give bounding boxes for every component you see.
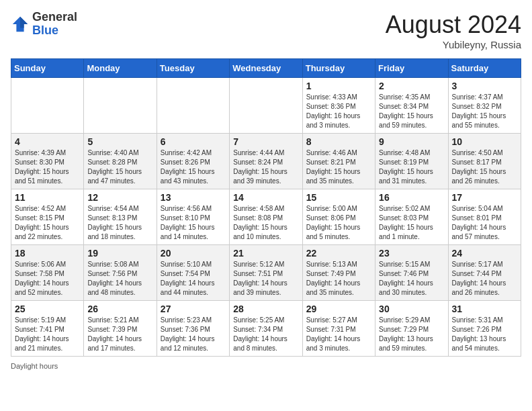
day-info: Sunrise: 5:02 AMSunset: 8:03 PMDaylight:…: [379, 204, 444, 242]
day-info: Sunrise: 5:19 AMSunset: 7:41 PMDaylight:…: [15, 316, 80, 353]
day-number: 21: [233, 248, 298, 259]
day-number: 8: [306, 136, 371, 147]
calendar-cell: 4Sunrise: 4:39 AMSunset: 8:30 PMDaylight…: [11, 134, 84, 189]
day-number: 7: [233, 136, 298, 147]
week-row-1: 1Sunrise: 4:33 AMSunset: 8:36 PMDaylight…: [11, 78, 521, 134]
calendar-cell: 15Sunrise: 5:00 AMSunset: 8:06 PMDayligh…: [302, 189, 375, 245]
day-info: Sunrise: 5:00 AMSunset: 8:06 PMDaylight:…: [306, 204, 371, 242]
calendar-cell: 14Sunrise: 4:58 AMSunset: 8:08 PMDayligh…: [230, 189, 302, 245]
day-info: Sunrise: 5:17 AMSunset: 7:44 PMDaylight:…: [452, 260, 517, 298]
day-number: 20: [161, 248, 226, 259]
calendar-table: SundayMondayTuesdayWednesdayThursdayFrid…: [11, 58, 521, 357]
day-number: 5: [87, 136, 152, 147]
day-info: Sunrise: 5:04 AMSunset: 8:01 PMDaylight:…: [452, 204, 517, 242]
day-number: 10: [452, 136, 517, 147]
calendar-cell: 23Sunrise: 5:15 AMSunset: 7:46 PMDayligh…: [375, 245, 448, 301]
week-row-4: 18Sunrise: 5:06 AMSunset: 7:58 PMDayligh…: [11, 245, 521, 301]
title-block: August 2024 Yubileyny, Russia: [386, 11, 521, 50]
month-year: August 2024: [386, 11, 521, 39]
calendar-cell: 1Sunrise: 4:33 AMSunset: 8:36 PMDaylight…: [302, 78, 375, 134]
weekday-header-row: SundayMondayTuesdayWednesdayThursdayFrid…: [11, 59, 521, 78]
calendar-cell: 25Sunrise: 5:19 AMSunset: 7:41 PMDayligh…: [11, 301, 84, 357]
day-number: 30: [379, 304, 444, 314]
calendar-cell: 16Sunrise: 5:02 AMSunset: 8:03 PMDayligh…: [375, 189, 448, 245]
calendar-cell: 13Sunrise: 4:56 AMSunset: 8:10 PMDayligh…: [157, 189, 229, 245]
calendar-cell: 17Sunrise: 5:04 AMSunset: 8:01 PMDayligh…: [448, 189, 521, 245]
logo-text: General Blue: [32, 11, 77, 38]
day-info: Sunrise: 5:06 AMSunset: 7:58 PMDaylight:…: [15, 260, 80, 298]
day-info: Sunrise: 5:23 AMSunset: 7:36 PMDaylight:…: [161, 316, 226, 353]
day-number: 13: [161, 192, 226, 203]
weekday-header-wednesday: Wednesday: [230, 59, 302, 78]
day-number: 28: [233, 304, 298, 314]
logo-blue: Blue: [32, 24, 77, 38]
day-number: 12: [87, 192, 152, 203]
calendar-cell: 20Sunrise: 5:10 AMSunset: 7:54 PMDayligh…: [157, 245, 229, 301]
day-info: Sunrise: 5:15 AMSunset: 7:46 PMDaylight:…: [379, 260, 444, 298]
day-info: Sunrise: 4:39 AMSunset: 8:30 PMDaylight:…: [15, 148, 80, 186]
day-info: Sunrise: 4:54 AMSunset: 8:13 PMDaylight:…: [87, 204, 152, 242]
weekday-header-tuesday: Tuesday: [157, 59, 229, 78]
weekday-header-sunday: Sunday: [11, 59, 84, 78]
calendar-cell: 31Sunrise: 5:31 AMSunset: 7:26 PMDayligh…: [448, 301, 521, 357]
day-number: 25: [15, 304, 80, 314]
location: Yubileyny, Russia: [386, 39, 521, 50]
day-number: 14: [233, 192, 298, 203]
calendar-cell: 18Sunrise: 5:06 AMSunset: 7:58 PMDayligh…: [11, 245, 84, 301]
day-info: Sunrise: 4:48 AMSunset: 8:19 PMDaylight:…: [379, 148, 444, 186]
week-row-2: 4Sunrise: 4:39 AMSunset: 8:30 PMDaylight…: [11, 134, 521, 189]
logo-general: General: [32, 11, 77, 24]
calendar-cell: 26Sunrise: 5:21 AMSunset: 7:39 PMDayligh…: [84, 301, 157, 357]
week-row-5: 25Sunrise: 5:19 AMSunset: 7:41 PMDayligh…: [11, 301, 521, 357]
day-number: 6: [161, 136, 226, 147]
day-info: Sunrise: 4:44 AMSunset: 8:24 PMDaylight:…: [233, 148, 298, 186]
calendar-cell: 30Sunrise: 5:29 AMSunset: 7:29 PMDayligh…: [375, 301, 448, 357]
day-info: Sunrise: 4:58 AMSunset: 8:08 PMDaylight:…: [233, 204, 298, 242]
calendar-cell: 10Sunrise: 4:50 AMSunset: 8:17 PMDayligh…: [448, 134, 521, 189]
weekday-header-monday: Monday: [84, 59, 157, 78]
day-info: Sunrise: 4:35 AMSunset: 8:34 PMDaylight:…: [379, 93, 444, 130]
page-header: General Blue August 2024 Yubileyny, Russ…: [11, 11, 521, 50]
day-info: Sunrise: 5:08 AMSunset: 7:56 PMDaylight:…: [87, 260, 152, 298]
day-number: 26: [87, 304, 152, 314]
calendar-cell: 27Sunrise: 5:23 AMSunset: 7:36 PMDayligh…: [157, 301, 229, 357]
day-number: 15: [306, 192, 371, 203]
day-info: Sunrise: 5:29 AMSunset: 7:29 PMDaylight:…: [379, 316, 444, 353]
day-number: 4: [15, 136, 80, 147]
calendar-cell: 6Sunrise: 4:42 AMSunset: 8:26 PMDaylight…: [157, 134, 229, 189]
day-info: Sunrise: 4:33 AMSunset: 8:36 PMDaylight:…: [306, 93, 371, 130]
day-info: Sunrise: 5:10 AMSunset: 7:54 PMDaylight:…: [161, 260, 226, 298]
day-info: Sunrise: 4:37 AMSunset: 8:32 PMDaylight:…: [452, 93, 517, 130]
calendar-cell: 11Sunrise: 4:52 AMSunset: 8:15 PMDayligh…: [11, 189, 84, 245]
calendar-cell: 5Sunrise: 4:40 AMSunset: 8:28 PMDaylight…: [84, 134, 157, 189]
day-info: Sunrise: 5:31 AMSunset: 7:26 PMDaylight:…: [452, 316, 517, 353]
calendar-cell: 19Sunrise: 5:08 AMSunset: 7:56 PMDayligh…: [84, 245, 157, 301]
calendar-cell: [230, 78, 302, 134]
day-number: 18: [15, 248, 80, 259]
calendar-cell: 21Sunrise: 5:12 AMSunset: 7:51 PMDayligh…: [230, 245, 302, 301]
day-number: 19: [87, 248, 152, 259]
calendar-cell: 12Sunrise: 4:54 AMSunset: 8:13 PMDayligh…: [84, 189, 157, 245]
calendar-cell: [157, 78, 229, 134]
week-row-3: 11Sunrise: 4:52 AMSunset: 8:15 PMDayligh…: [11, 189, 521, 245]
footer: Daylight hours: [11, 362, 521, 370]
calendar-cell: 8Sunrise: 4:46 AMSunset: 8:21 PMDaylight…: [302, 134, 375, 189]
calendar-cell: 2Sunrise: 4:35 AMSunset: 8:34 PMDaylight…: [375, 78, 448, 134]
day-info: Sunrise: 4:52 AMSunset: 8:15 PMDaylight:…: [15, 204, 80, 242]
svg-marker-1: [20, 17, 28, 28]
day-number: 9: [379, 136, 444, 147]
day-number: 2: [379, 81, 444, 91]
day-info: Sunrise: 4:56 AMSunset: 8:10 PMDaylight:…: [161, 204, 226, 242]
day-info: Sunrise: 5:13 AMSunset: 7:49 PMDaylight:…: [306, 260, 371, 298]
day-number: 31: [452, 304, 517, 314]
day-info: Sunrise: 5:12 AMSunset: 7:51 PMDaylight:…: [233, 260, 298, 298]
day-number: 23: [379, 248, 444, 259]
day-info: Sunrise: 5:27 AMSunset: 7:31 PMDaylight:…: [306, 316, 371, 353]
day-number: 1: [306, 81, 371, 91]
day-number: 17: [452, 192, 517, 203]
logo: General Blue: [11, 11, 77, 38]
day-number: 29: [306, 304, 371, 314]
weekday-header-saturday: Saturday: [448, 59, 521, 78]
calendar-cell: 24Sunrise: 5:17 AMSunset: 7:44 PMDayligh…: [448, 245, 521, 301]
calendar-cell: [11, 78, 84, 134]
